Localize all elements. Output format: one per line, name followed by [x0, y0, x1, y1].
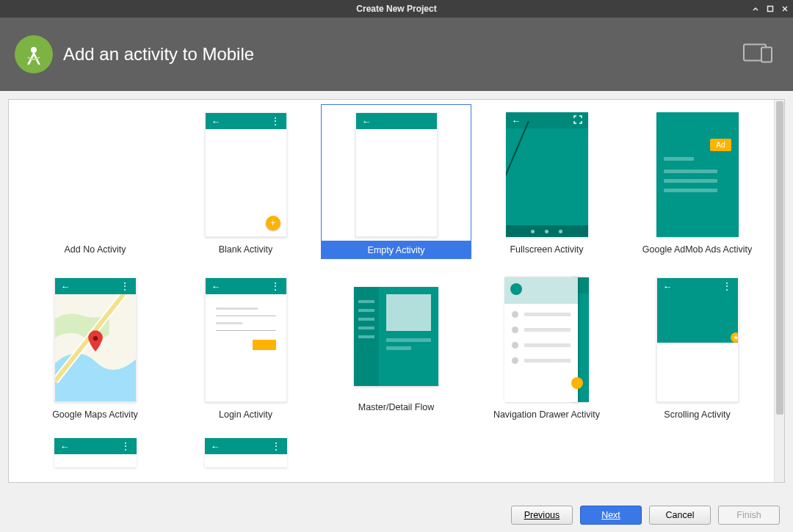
thumbnail-maps [53, 274, 137, 406]
minimize-icon[interactable] [752, 4, 759, 14]
template-add-no-activity[interactable]: Add No Activity [31, 104, 159, 259]
wizard-header: Add an activity to Mobile [0, 18, 793, 91]
template-scroll-area[interactable]: Add No Activity + Blank Activity [9, 100, 774, 482]
template-label: Navigation Drawer Activity [482, 406, 611, 423]
thumbnail-login [203, 274, 288, 406]
thumbnail-empty [354, 109, 438, 241]
back-arrow-icon [211, 281, 221, 292]
cancel-button-label: Cancel [666, 510, 695, 520]
template-label: Scrolling Activity [633, 406, 761, 423]
content-scrollbar[interactable] [774, 100, 784, 482]
cancel-button[interactable]: Cancel [649, 506, 711, 525]
next-button-label: Next [601, 510, 620, 520]
overflow-menu-icon [271, 440, 281, 452]
previous-button[interactable]: Previous [511, 506, 573, 525]
thumbnail-scrolling: ★ [655, 274, 739, 406]
window-title: Create New Project [356, 4, 436, 14]
template-master-detail-flow[interactable]: Master/Detail Flow [332, 269, 460, 423]
close-icon[interactable] [781, 4, 789, 14]
template-navigation-drawer-activity[interactable]: Navigation Drawer Activity [482, 269, 611, 423]
template-google-maps-activity[interactable]: Google Maps Activity [31, 269, 159, 423]
fab-icon [571, 377, 583, 389]
svg-rect-0 [768, 6, 773, 11]
avatar-icon [510, 283, 522, 295]
overflow-menu-icon [270, 115, 280, 127]
template-login-activity[interactable]: Login Activity [181, 269, 310, 423]
template-blank-activity[interactable]: + Blank Activity [181, 104, 310, 259]
page-title: Add an activity to Mobile [63, 44, 254, 65]
template-gallery: Add No Activity + Blank Activity [8, 99, 785, 483]
back-arrow-icon [211, 441, 220, 452]
back-arrow-icon [362, 116, 372, 127]
thumbnail-blank: + [203, 109, 288, 241]
template-empty-activity[interactable]: Empty Activity [332, 104, 460, 259]
fullscreen-expand-icon [573, 115, 582, 126]
overflow-menu-icon [722, 280, 732, 292]
fab-star-icon: ★ [731, 332, 739, 343]
next-button[interactable]: Next [580, 506, 642, 525]
maximize-icon[interactable] [767, 4, 774, 14]
thumbnail-fullscreen [504, 109, 589, 241]
thumbnail-none [53, 109, 137, 241]
back-arrow-icon [60, 441, 70, 452]
thumbnail-nav-drawer [504, 274, 589, 406]
finish-button: Finish [718, 506, 780, 525]
back-arrow-icon [663, 281, 673, 292]
template-label: Blank Activity [181, 241, 310, 258]
template-label: Master/Detail Flow [332, 398, 460, 416]
template-fullscreen-activity[interactable]: Fullscreen Activity [482, 104, 611, 259]
ad-badge-icon: Ad [710, 139, 731, 151]
template-partial-1[interactable] [31, 434, 159, 467]
wizard-footer: Previous Next Cancel Finish [0, 498, 793, 532]
template-label: Add No Activity [31, 241, 159, 258]
back-arrow-icon [61, 281, 70, 292]
template-admob-activity[interactable]: Ad Google AdMob Ads Activity [633, 104, 761, 259]
back-arrow-icon [211, 116, 221, 127]
android-studio-logo-icon [15, 35, 53, 73]
thumbnail-master-detail [354, 274, 438, 398]
form-factor-icon [743, 43, 775, 67]
template-label: Empty Activity [321, 241, 471, 259]
template-label: Google AdMob Ads Activity [633, 241, 761, 258]
template-label: Google Maps Activity [31, 406, 159, 423]
overflow-menu-icon [120, 280, 130, 292]
template-label: Login Activity [181, 406, 310, 423]
svg-rect-5 [761, 48, 772, 62]
previous-button-label: Previous [524, 510, 560, 520]
finish-button-label: Finish [736, 510, 761, 520]
back-arrow-icon [512, 115, 521, 126]
template-scrolling-activity[interactable]: ★ Scrolling Activity [633, 269, 761, 423]
template-label: Fullscreen Activity [482, 241, 611, 258]
titlebar: Create New Project [0, 0, 793, 18]
fab-plus-icon: + [266, 216, 280, 230]
overflow-menu-icon [120, 440, 131, 452]
thumbnail-admob: Ad [655, 109, 739, 241]
window-controls [752, 0, 789, 18]
svg-point-9 [93, 336, 97, 340]
overflow-menu-icon [270, 280, 280, 292]
template-partial-2[interactable] [181, 434, 310, 467]
